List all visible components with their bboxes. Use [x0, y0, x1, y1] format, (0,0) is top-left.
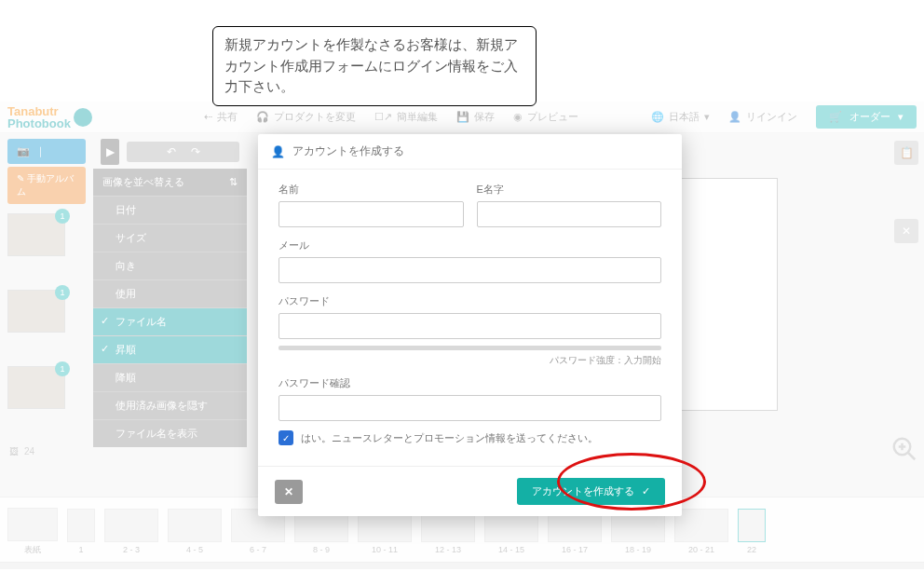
logo: TanabutrPhotobook	[7, 105, 71, 129]
filmstrip-item[interactable]: 4 - 5	[168, 509, 222, 554]
preview-button[interactable]: ◉プレビュー	[513, 110, 578, 124]
sort-date[interactable]: 日付	[93, 196, 247, 224]
sort-orientation[interactable]: 向き	[93, 252, 247, 279]
newsletter-label: はい。ニュースレターとプロモーション情報を送ってください。	[301, 431, 598, 445]
user-icon: 👤	[728, 111, 741, 123]
surname-field: E名字	[477, 183, 662, 227]
edit-icon: ☐↗	[374, 111, 392, 123]
sort-filename[interactable]: ファイル名	[93, 307, 247, 335]
redo-icon: ↷	[191, 145, 200, 158]
sort-descending[interactable]: 降順	[93, 363, 247, 391]
tool-shuffle[interactable]: ✕	[894, 219, 918, 243]
undo-redo[interactable]: ↶↷	[127, 142, 239, 162]
create-account-button[interactable]: アカウントを作成する✓	[517, 478, 665, 505]
thumb-badge: 1	[55, 361, 70, 376]
undo-icon: ↶	[167, 145, 176, 158]
password-input[interactable]	[279, 313, 661, 339]
eye-icon: ◉	[513, 111, 523, 123]
thumbnail-list: 1 1 1	[0, 210, 93, 443]
user-icon: 👤	[271, 145, 285, 158]
password-strength-bar	[279, 346, 661, 350]
chevron-down-icon: ▾	[704, 111, 710, 123]
change-product-button[interactable]: 🎧プロダクトを変更	[256, 110, 356, 124]
filmstrip-item[interactable]: 22	[738, 509, 766, 554]
name-label: 名前	[279, 183, 464, 197]
share-icon: ⇠	[204, 111, 212, 123]
zoom-in-icon[interactable]	[890, 435, 918, 463]
email-label: メール	[279, 238, 661, 252]
language-selector[interactable]: 🌐日本語▾	[651, 110, 710, 124]
side-tools: 📋 ✕	[894, 141, 918, 243]
sort-ascending[interactable]: 昇順	[93, 335, 247, 363]
email-input[interactable]	[279, 257, 661, 283]
confirm-input[interactable]	[279, 395, 661, 421]
filmstrip-item[interactable]: 表紙	[7, 508, 58, 556]
filmstrip-item[interactable]: 1	[67, 509, 95, 554]
order-button[interactable]: 🛒オーダー▾	[816, 105, 917, 129]
upload-button[interactable]: 📷｜	[7, 139, 86, 164]
sort-icon: ⇅	[229, 176, 238, 188]
tool-clipboard[interactable]: 📋	[894, 141, 918, 165]
thumbnail[interactable]: 1	[7, 290, 65, 333]
left-column: 📷｜ ✎ 手動アルバム 1 1 1 🖼24	[0, 133, 93, 497]
name-input[interactable]	[279, 201, 464, 227]
sort-usage[interactable]: 使用	[93, 279, 247, 307]
sort-panel: ▶ ↶↷ 画像を並べ替える⇅ 日付 サイズ 向き 使用 ファイル名 昇順 降順 …	[93, 133, 247, 497]
image-icon: 🖼	[9, 446, 19, 456]
sort-size[interactable]: サイズ	[93, 224, 247, 252]
thumb-badge: 1	[55, 285, 70, 300]
close-button[interactable]: ✕	[275, 480, 303, 504]
sort-header[interactable]: 画像を並べ替える⇅	[93, 169, 247, 196]
instruction-callout: 新規アカウントを作製なさるお客様は、新規アカウント作成用フォームにログイン情報を…	[212, 26, 537, 106]
cart-icon: 🛒	[829, 111, 842, 123]
expand-button[interactable]: ▶	[101, 139, 119, 165]
surname-label: E名字	[477, 183, 662, 197]
newsletter-checkbox[interactable]: ✓ はい。ニュースレターとプロモーション情報を送ってください。	[279, 430, 661, 445]
modal-header: 👤 アカウントを作成する	[258, 134, 682, 170]
sort-hide-used[interactable]: 使用済み画像を隠す	[93, 391, 247, 419]
modal-title: アカウントを作成する	[292, 143, 404, 159]
filmstrip-item[interactable]: 20 - 21	[674, 509, 728, 554]
check-icon: ✓	[642, 485, 650, 497]
save-icon: 💾	[456, 111, 469, 123]
surname-input[interactable]	[477, 201, 662, 227]
close-icon: ✕	[284, 485, 293, 498]
globe-icon: 🌐	[651, 111, 664, 123]
filmstrip-item[interactable]: 2 - 3	[104, 509, 158, 554]
share-button[interactable]: ⇠共有	[204, 110, 238, 124]
camera-icon: 📷	[17, 145, 30, 157]
topbar: TanabutrPhotobook ⇠共有 🎧プロダクトを変更 ☐↗簡単編集 💾…	[0, 102, 924, 133]
checkbox-icon: ✓	[279, 430, 293, 445]
password-field: パスワード	[279, 294, 661, 350]
password-hint: パスワード強度：入力開始	[279, 354, 661, 367]
email-field: メール	[279, 238, 661, 283]
manual-album-button[interactable]: ✎ 手動アルバム	[7, 167, 86, 204]
login-button[interactable]: 👤リインイン	[728, 110, 797, 124]
sort-show-filename[interactable]: ファイル名を表示	[93, 419, 247, 447]
name-field: 名前	[279, 183, 464, 227]
create-account-modal: 👤 アカウントを作成する 名前 E名字 メール パスワード パスワード強度：入力…	[258, 134, 682, 516]
thumb-badge: 1	[55, 209, 70, 224]
confirm-field: パスワード確認	[279, 376, 661, 421]
modal-footer: ✕ アカウントを作成する✓	[258, 466, 682, 516]
chevron-down-icon: ▾	[898, 111, 904, 123]
svg-line-1	[908, 453, 916, 460]
headphone-icon: 🎧	[256, 111, 269, 123]
password-label: パスワード	[279, 294, 661, 308]
confirm-label: パスワード確認	[279, 376, 661, 390]
easy-edit-button[interactable]: ☐↗簡単編集	[374, 110, 438, 124]
save-button[interactable]: 💾保存	[456, 110, 495, 124]
thumb-count: 🖼24	[0, 443, 93, 460]
logo-badge-icon	[74, 108, 92, 127]
thumbnail[interactable]: 1	[7, 366, 65, 409]
thumbnail[interactable]: 1	[7, 213, 65, 256]
bottom-bar	[0, 562, 924, 569]
